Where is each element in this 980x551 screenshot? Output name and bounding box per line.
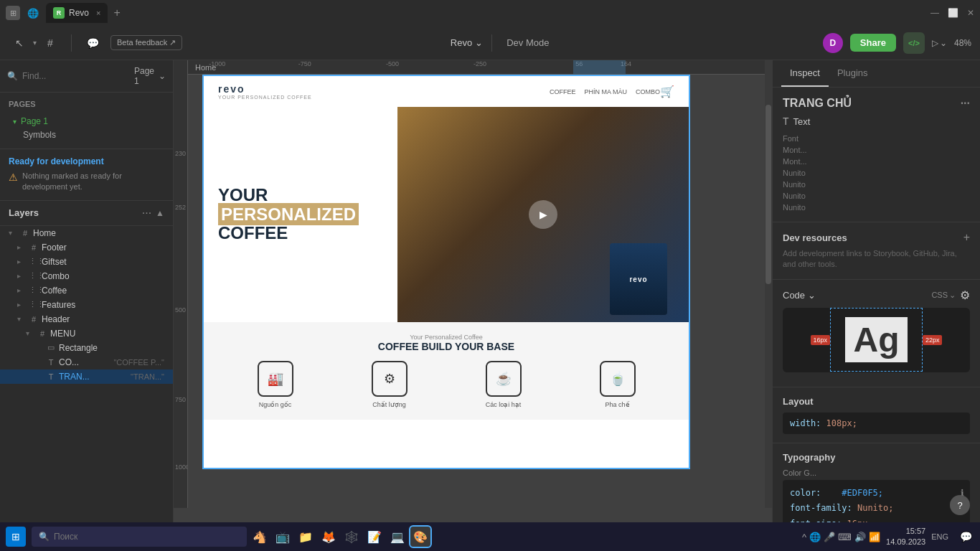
layer-giftset[interactable]: ▸ ⋮⋮ Giftset: [0, 255, 173, 269]
new-tab-button[interactable]: +: [113, 6, 120, 19]
tab-revo[interactable]: R Revo ×: [46, 3, 108, 23]
taskbar-app-word[interactable]: 📝: [364, 527, 385, 547]
icon-pha-che: 🍵 Pha chế: [600, 361, 636, 408]
layer-trang-chu[interactable]: ▸ T TRAN... "TRAN...": [0, 369, 173, 384]
move-tool[interactable]: ↖: [9, 32, 30, 54]
user-avatar[interactable]: D: [823, 33, 843, 53]
home-icon[interactable]: ⊞: [6, 6, 20, 20]
canvas-content[interactable]: 230 252 500 750 1000 Home revo YOUR PERS…: [174, 60, 772, 508]
layers-title: Layers: [9, 207, 39, 218]
beta-feedback-badge[interactable]: Beta feedback ↗: [110, 35, 182, 50]
toolbar: ↖ ▾ # 💬 Beta feedback ↗ Revo ⌄ Dev Mode …: [0, 26, 980, 60]
color-row: Color G...: [783, 468, 970, 477]
layer-coffee[interactable]: ▸ ⋮⋮ Coffee: [0, 283, 173, 298]
coffee-chevron: ▸: [17, 286, 26, 294]
pages-label: Pages: [9, 100, 164, 108]
tab-close-button[interactable]: ×: [96, 9, 100, 17]
toolbar-center: Revo ⌄ Dev Mode: [189, 34, 815, 52]
share-button[interactable]: Share: [850, 34, 896, 52]
coffee-text-label: CO...: [59, 357, 110, 367]
code-settings-icon[interactable]: ⚙: [960, 288, 970, 302]
code-language-selector[interactable]: CSS ⌄: [931, 291, 956, 300]
canvas-scrollbar[interactable]: [765, 60, 772, 508]
feature-icons: 🏭 Nguồn gốc ⚙ Chất lượng ☕ Các loại hạt: [218, 361, 674, 408]
features-chevron: ▸: [17, 301, 26, 309]
icon-chat-luong: ⚙ Chất lượng: [372, 361, 407, 408]
taskbar-notification[interactable]: 💬: [957, 528, 974, 545]
taskbar-app-folder[interactable]: 📁: [296, 527, 316, 547]
coffee-group-icon: ⋮⋮: [29, 286, 39, 295]
header-frame-icon: #: [29, 315, 39, 324]
taskbar-volume[interactable]: 🔊: [854, 532, 866, 542]
dev-resources-header: Dev resources +: [783, 231, 970, 244]
taskbar-network[interactable]: 📶: [869, 532, 880, 542]
nav-phin[interactable]: PHÍN MA MÀU: [584, 88, 627, 95]
play-button[interactable]: ▷ ⌄: [932, 38, 947, 48]
taskbar-app-figma[interactable]: 🎨: [410, 527, 430, 547]
taskbar-right: ^ 🌐 🎤 ⌨ 🔊 📶 15:57 14.09.2023 ENG 💬: [802, 526, 974, 548]
tab-inspect[interactable]: Inspect: [781, 60, 829, 87]
taskbar-app-horse[interactable]: 🐴: [250, 527, 270, 547]
tools-group: ↖ ▾ #: [9, 32, 61, 54]
search-input[interactable]: [22, 71, 130, 81]
code-header: Code ⌄ CSS ⌄ ⚙: [783, 288, 970, 302]
minimize-button[interactable]: —: [930, 8, 939, 18]
layer-combo[interactable]: ▸ ⋮⋮ Combo: [0, 269, 173, 283]
width-prop: width:: [790, 418, 821, 428]
layer-menu[interactable]: ▾ # MENU: [0, 326, 173, 341]
layer-coffee-text[interactable]: ▸ T CO... "COFFEE P...": [0, 355, 173, 369]
inspect-element-section: TRANG CHỦ ··· T Text Font Mont... Mont..…: [773, 88, 980, 222]
footer-label: Footer: [42, 242, 164, 253]
font-row-nunito2: Nunito: [783, 179, 970, 190]
nav-combo[interactable]: COMBO: [636, 88, 660, 95]
layer-header[interactable]: ▾ # Header: [0, 312, 173, 326]
frame-tool[interactable]: #: [39, 32, 61, 54]
page-item-symbols[interactable]: Symbols: [9, 128, 164, 141]
footer-frame-icon: #: [29, 243, 39, 252]
layer-home[interactable]: ▾ # Home: [0, 226, 173, 240]
globe-icon[interactable]: 🌐: [26, 6, 40, 20]
pha-che-label: Pha chế: [605, 401, 629, 408]
taskbar-clock[interactable]: 15:57 14.09.2023: [886, 526, 925, 548]
page-item-page1[interactable]: ▾ Page 1: [9, 114, 164, 128]
website-frame[interactable]: revo YOUR PERSONALIZED COFFEE COFFEE PHÍ…: [202, 75, 690, 469]
code-view-button[interactable]: </>: [903, 32, 925, 54]
start-button[interactable]: ⊞: [6, 527, 26, 547]
maximize-button[interactable]: ⬜: [948, 8, 958, 18]
page-selector[interactable]: Page 1 ⌄: [134, 66, 166, 86]
inspect-more-button[interactable]: ···: [961, 97, 970, 110]
taskbar-app-vscode[interactable]: 💻: [387, 527, 407, 547]
typo-box: 16px Ag 22px: [830, 308, 923, 372]
play-icon: ▷: [932, 38, 938, 48]
nav-coffee[interactable]: COFFEE: [550, 88, 576, 95]
canvas-area[interactable]: -1000 -750 -500 -250 56 164 230 252 500 …: [174, 60, 772, 522]
layer-footer[interactable]: ▸ # Footer: [0, 240, 173, 255]
taskbar-app-edge[interactable]: 🦊: [319, 527, 339, 547]
play-button-hero[interactable]: ▶: [529, 200, 557, 229]
dev-mode-button[interactable]: Dev Mode: [501, 34, 555, 51]
zoom-control[interactable]: 48%: [954, 38, 971, 48]
chat-button[interactable]: 💬: [82, 32, 103, 54]
ready-text: Nothing marked as ready for development …: [22, 171, 164, 193]
layer-rectangle[interactable]: ▸ ▭ Rectangle: [0, 341, 173, 355]
cart-icon[interactable]: 🛒: [660, 85, 674, 98]
taskbar-chevron[interactable]: ^: [802, 532, 806, 542]
taskbar-keyboard[interactable]: ⌨: [838, 532, 852, 542]
close-button[interactable]: ✕: [967, 8, 974, 18]
layers-more-button[interactable]: ···: [142, 207, 151, 220]
taskbar-app-tv[interactable]: 📺: [273, 527, 293, 547]
tab-plugins[interactable]: Plugins: [829, 60, 877, 87]
taskbar-globe[interactable]: 🌐: [809, 532, 821, 542]
project-name[interactable]: Revo ⌄: [451, 37, 483, 48]
taskbar-language[interactable]: ENG: [931, 532, 948, 541]
layer-features[interactable]: ▸ ⋮⋮ Features: [0, 298, 173, 312]
dev-resources-hint: Add development links to Storybook, GitH…: [783, 248, 970, 270]
canvas-scroll-thumb[interactable]: [765, 105, 771, 284]
help-button[interactable]: ?: [950, 495, 970, 515]
taskbar-mic[interactable]: 🎤: [824, 532, 835, 542]
taskbar-app-web[interactable]: 🕸️: [341, 527, 362, 547]
nguon-goc-label: Nguồn gốc: [259, 401, 292, 408]
dev-resources-add-button[interactable]: +: [963, 231, 970, 244]
layers-scroll-up[interactable]: ▲: [156, 208, 164, 218]
taskbar-search-input[interactable]: [54, 532, 240, 542]
